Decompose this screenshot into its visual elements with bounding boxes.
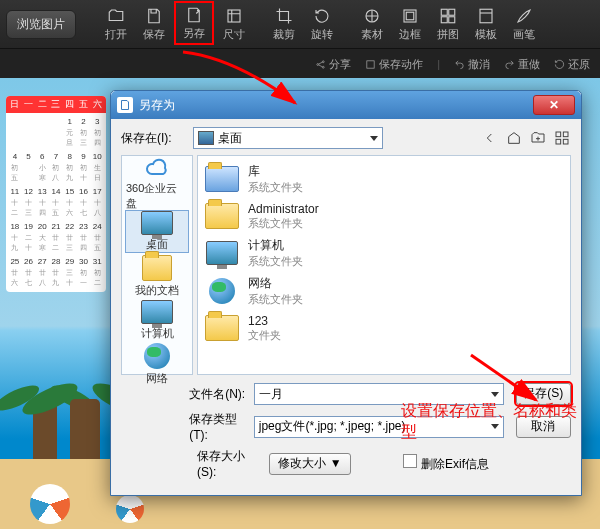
sub-toolbar: 分享 保存动作 | 撤消 重做 还原 xyxy=(0,49,600,79)
place-computer[interactable]: 计算机 xyxy=(126,300,188,341)
svg-rect-3 xyxy=(406,12,414,20)
place-docs[interactable]: 我的文档 xyxy=(126,255,188,298)
desktop-icon xyxy=(198,131,214,145)
place-desktop[interactable]: 桌面 xyxy=(125,210,189,253)
material-tool[interactable]: 素材 xyxy=(354,4,390,44)
file-item[interactable]: 网络系统文件夹 xyxy=(202,272,566,310)
new-folder-icon[interactable] xyxy=(529,129,547,147)
delete-exif-checkbox[interactable]: 删除Exif信息 xyxy=(403,454,489,473)
calendar-days: 1元旦2初三3初四4初五56小寒7初八8初九9初十10生日11十二12十三13十… xyxy=(6,113,106,292)
main-toolbar: 浏览图片 打开 保存 另存 尺寸 裁剪 旋转 素材 边框 拼图 模板 画笔 xyxy=(0,0,600,49)
file-item[interactable]: 123文件夹 xyxy=(202,310,566,346)
filesize-label: 保存大小(S): xyxy=(197,448,263,479)
undo-button[interactable]: 撤消 xyxy=(454,57,490,72)
calendar-widget: 日一二三四五六 1元旦2初三3初四4初五56小寒7初八8初九9初十10生日11十… xyxy=(6,96,106,292)
brush-tool[interactable]: 画笔 xyxy=(506,4,542,44)
back-icon[interactable] xyxy=(481,129,499,147)
svg-rect-13 xyxy=(556,132,561,137)
file-item[interactable]: 库系统文件夹 xyxy=(202,160,566,198)
saveas-tool[interactable]: 另存 xyxy=(174,1,214,45)
size-tool[interactable]: 尺寸 xyxy=(216,4,252,44)
svg-rect-5 xyxy=(449,9,455,15)
annotation-text: 设置保存位置、名称和类型 xyxy=(401,401,581,443)
svg-rect-0 xyxy=(228,10,240,22)
svg-rect-12 xyxy=(367,60,374,67)
file-item[interactable]: Administrator系统文件夹 xyxy=(202,198,566,234)
places-sidebar: 360企业云盘 桌面 我的文档 计算机 网络 xyxy=(121,155,193,375)
svg-rect-16 xyxy=(563,139,568,144)
filename-label: 文件名(N): xyxy=(189,386,248,403)
svg-point-9 xyxy=(317,63,319,65)
svg-rect-4 xyxy=(441,9,447,15)
dialog-titlebar[interactable]: 另存为 ✕ xyxy=(111,91,581,119)
browse-image-button[interactable]: 浏览图片 xyxy=(6,10,76,39)
resize-button[interactable]: 修改大小 ▼ xyxy=(269,453,351,475)
place-cloud[interactable]: 360企业云盘 xyxy=(126,160,188,208)
saveas-dialog: 另存为 ✕ 保存在(I): 桌面 xyxy=(110,90,582,496)
dialog-title: 另存为 xyxy=(139,97,175,114)
open-tool[interactable]: 打开 xyxy=(98,4,134,44)
rotate-tool[interactable]: 旋转 xyxy=(304,4,340,44)
template-tool[interactable]: 模板 xyxy=(468,4,504,44)
file-item[interactable]: 计算机系统文件夹 xyxy=(202,234,566,272)
svg-rect-8 xyxy=(480,9,492,23)
restore-button[interactable]: 还原 xyxy=(554,57,590,72)
share-button[interactable]: 分享 xyxy=(315,57,351,72)
save-in-combo[interactable]: 桌面 xyxy=(193,127,383,149)
svg-rect-6 xyxy=(441,16,447,22)
chevron-down-icon xyxy=(370,136,378,141)
redo-button[interactable]: 重做 xyxy=(504,57,540,72)
svg-point-10 xyxy=(322,60,324,62)
view-icon[interactable] xyxy=(553,129,571,147)
place-network[interactable]: 网络 xyxy=(126,343,188,386)
border-tool[interactable]: 边框 xyxy=(392,4,428,44)
svg-point-11 xyxy=(322,66,324,68)
puzzle-tool[interactable]: 拼图 xyxy=(430,4,466,44)
calendar-header: 日一二三四五六 xyxy=(6,96,106,113)
close-button[interactable]: ✕ xyxy=(533,95,575,115)
file-list[interactable]: 库系统文件夹Administrator系统文件夹计算机系统文件夹网络系统文件夹1… xyxy=(197,155,571,375)
svg-rect-15 xyxy=(556,139,561,144)
dialog-icon xyxy=(117,97,133,113)
svg-rect-14 xyxy=(563,132,568,137)
save-in-label: 保存在(I): xyxy=(121,130,187,147)
up-icon[interactable] xyxy=(505,129,523,147)
save-tool[interactable]: 保存 xyxy=(136,4,172,44)
crop-tool[interactable]: 裁剪 xyxy=(266,4,302,44)
filetype-label: 保存类型(T): xyxy=(189,411,248,442)
save-action-button[interactable]: 保存动作 xyxy=(365,57,423,72)
svg-rect-7 xyxy=(449,16,455,22)
